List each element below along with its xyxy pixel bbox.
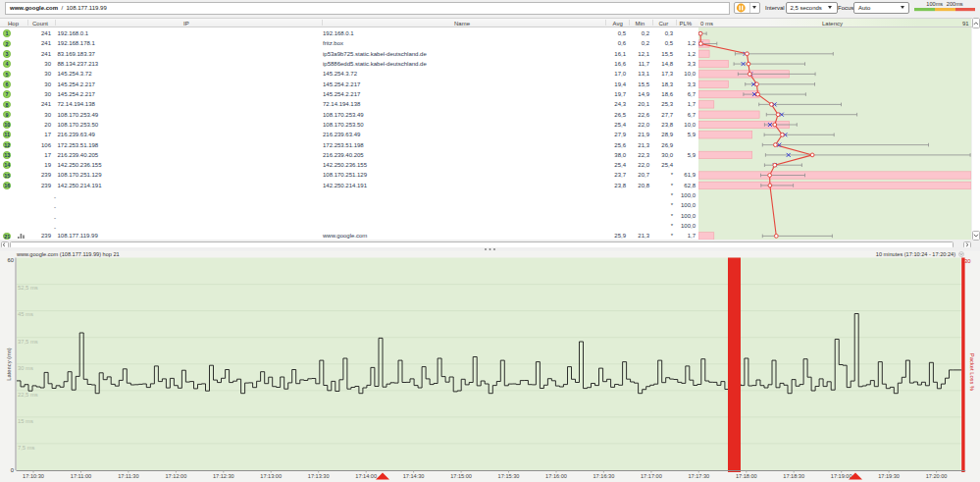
svg-text:17:14:00: 17:14:00 [355,473,377,479]
svg-text:17:19:30: 17:19:30 [878,473,900,479]
svg-text:17:12:30: 17:12:30 [213,473,234,479]
svg-text:37,5 ms: 37,5 ms [18,339,38,345]
svg-text:17:18:30: 17:18:30 [783,473,804,479]
svg-text:30: 30 [964,258,970,264]
svg-text:100ms: 100ms [926,1,943,7]
svg-text:10 minutes (17:10:24 - 17:20:2: 10 minutes (17:10:24 - 17:20:24) [876,251,955,257]
svg-text:17:16:30: 17:16:30 [593,473,615,479]
svg-text:17:17:30: 17:17:30 [688,473,709,479]
svg-text:17:12:00: 17:12:00 [166,473,187,479]
svg-text:60: 60 [8,257,14,263]
svg-text:17:17:00: 17:17:00 [641,473,662,479]
svg-text:7,5 ms: 7,5 ms [18,445,34,451]
svg-text:17:14:30: 17:14:30 [403,473,425,479]
svg-text:17:11:30: 17:11:30 [118,473,138,479]
svg-text:17:11:00: 17:11:00 [71,473,91,479]
svg-text:www.google.com (108.177.119.99: www.google.com (108.177.119.99) hop 21 [16,251,120,257]
svg-text:52,5 ms: 52,5 ms [18,285,38,291]
svg-text:15 ms: 15 ms [18,418,33,424]
svg-text:17:13:00: 17:13:00 [260,473,282,479]
svg-text:Latency (ms): Latency (ms) [6,348,12,381]
svg-text:45 ms: 45 ms [18,311,33,317]
svg-text:17:15:00: 17:15:00 [450,473,472,479]
svg-text:17:13:30: 17:13:30 [308,473,330,479]
svg-text:17:19:00: 17:19:00 [831,473,852,479]
svg-text:17:10:30: 17:10:30 [23,473,44,479]
svg-text:200ms: 200ms [947,1,963,7]
svg-text:Packet Loss %: Packet Loss % [969,353,975,391]
svg-text:30 ms: 30 ms [18,365,33,371]
svg-text:17:16:00: 17:16:00 [545,473,567,479]
svg-text:0: 0 [11,467,14,473]
svg-text:22,5 ms: 22,5 ms [18,392,38,398]
svg-text:17:18:00: 17:18:00 [736,473,757,479]
svg-text:17:15:30: 17:15:30 [498,473,520,479]
svg-text:17:20:00: 17:20:00 [926,473,948,479]
